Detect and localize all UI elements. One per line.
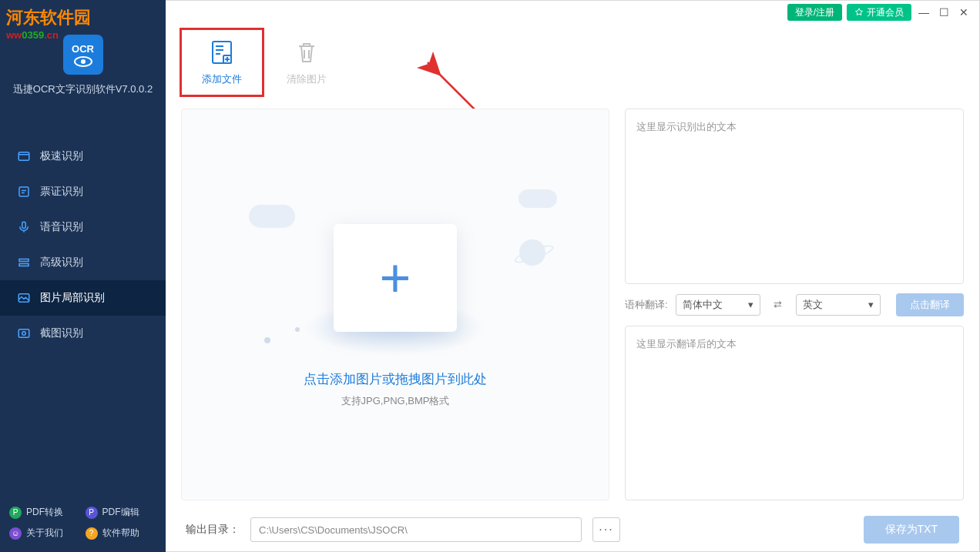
content: + 点击添加图片或拖拽图片到此处 支持JPG,PNG,BMP格式 这里显示识别出… — [166, 101, 979, 508]
recognized-textbox[interactable]: 这里显示识别出的文本 — [625, 109, 964, 284]
nav-voice-ocr[interactable]: 语音识别 — [0, 209, 166, 245]
chevron-down-icon: ▾ — [868, 299, 874, 310]
chevron-down-icon: ▾ — [748, 299, 753, 310]
toolbar: 添加文件 清除图片 — [166, 24, 979, 101]
link-help[interactable]: ?软件帮助 — [86, 527, 157, 540]
svg-rect-0 — [18, 152, 29, 161]
app-title: 迅捷OCR文字识别软件V7.0.0.2 — [13, 82, 153, 96]
output-path-input[interactable]: C:\Users\CS\Documents\JSOCR\ — [250, 517, 582, 542]
titlebar: 登录/注册 开通会员 — ☐ ✕ — [166, 1, 979, 24]
svg-rect-2 — [22, 222, 26, 228]
nav-label: 图片局部识别 — [40, 291, 105, 305]
output-label: 输出目录： — [186, 523, 240, 537]
nav-screenshot-ocr[interactable]: 截图识别 — [0, 316, 166, 351]
close-button[interactable]: ✕ — [956, 5, 972, 20]
drop-illustration: + — [287, 201, 503, 355]
pdf-edit-icon: P — [86, 507, 98, 519]
svg-rect-1 — [19, 187, 29, 196]
link-about[interactable]: ☺关于我们 — [9, 527, 81, 540]
nav-fast-ocr[interactable]: 极速识别 — [0, 139, 166, 174]
maximize-button[interactable]: ☐ — [936, 5, 951, 20]
translate-row: 语种翻译: 简体中文 ▾ ⇄ 英文 ▾ 点击翻译 — [625, 293, 964, 316]
drop-subtitle: 支持JPG,PNG,BMP格式 — [341, 394, 450, 408]
save-txt-button[interactable]: 保存为TXT — [864, 516, 959, 544]
layers-icon — [17, 256, 31, 269]
svg-rect-6 — [18, 330, 29, 338]
zap-icon — [17, 149, 31, 163]
clear-images-label: 清除图片 — [287, 72, 327, 86]
help-icon: ? — [86, 527, 98, 540]
svg-rect-3 — [19, 259, 29, 262]
nav-label: 语音识别 — [40, 220, 83, 234]
trash-icon — [293, 38, 321, 66]
svg-point-7 — [22, 332, 26, 336]
nav-label: 截图识别 — [40, 326, 83, 340]
translate-label: 语种翻译: — [625, 298, 668, 312]
main: 登录/注册 开通会员 — ☐ ✕ 添加文件 清除图片 — [166, 0, 980, 552]
bottom-links: PPDF转换 PPDF编辑 ☺关于我们 ?软件帮助 — [0, 493, 166, 552]
translate-button[interactable]: 点击翻译 — [896, 293, 964, 316]
add-files-button[interactable]: 添加文件 — [180, 28, 264, 97]
watermark: 河东软件园 ww0359.cn — [6, 6, 91, 41]
lang-to-select[interactable]: 英文 ▾ — [796, 294, 881, 316]
nav-image-region-ocr[interactable]: 图片局部识别 — [0, 280, 166, 316]
add-file-icon — [208, 38, 236, 66]
mic-icon — [17, 220, 31, 234]
cloud-icon — [249, 205, 295, 228]
ticket-icon — [17, 185, 31, 199]
right-panel: 这里显示识别出的文本 语种翻译: 简体中文 ▾ ⇄ 英文 ▾ 点击翻译 这里显示… — [625, 109, 964, 500]
image-icon — [17, 291, 31, 305]
vip-button[interactable]: 开通会员 — [847, 4, 911, 21]
nav-label: 极速识别 — [40, 149, 83, 163]
plus-icon: + — [380, 251, 411, 305]
lang-from-select[interactable]: 简体中文 ▾ — [676, 294, 760, 316]
footer: 输出目录： C:\Users\CS\Documents\JSOCR\ ··· 保… — [166, 508, 979, 551]
svg-rect-4 — [19, 264, 29, 266]
logo-area: 河东软件园 ww0359.cn OCR 迅捷OCR文字识别软件V7.0.0.2 — [0, 0, 166, 108]
screenshot-icon — [17, 326, 31, 340]
clear-images-button[interactable]: 清除图片 — [264, 28, 349, 97]
add-files-label: 添加文件 — [202, 72, 242, 86]
eye-icon — [74, 56, 92, 67]
translated-textbox[interactable]: 这里显示翻译后的文本 — [625, 326, 964, 501]
planet-icon — [519, 239, 545, 266]
nav: 极速识别 票证识别 语音识别 高级识别 图片局部识别 截图识别 — [0, 108, 166, 493]
plus-box: + — [334, 224, 457, 332]
sidebar: 河东软件园 ww0359.cn OCR 迅捷OCR文字识别软件V7.0.0.2 … — [0, 0, 166, 552]
about-icon: ☺ — [9, 527, 22, 540]
pdf-convert-icon: P — [9, 507, 22, 519]
link-pdf-convert[interactable]: PPDF转换 — [9, 506, 81, 519]
login-button[interactable]: 登录/注册 — [787, 4, 842, 21]
nav-advanced-ocr[interactable]: 高级识别 — [0, 245, 166, 280]
nav-label: 高级识别 — [40, 256, 83, 269]
swap-lang-button[interactable]: ⇄ — [768, 296, 788, 313]
drop-title: 点击添加图片或拖拽图片到此处 — [304, 370, 487, 388]
minimize-button[interactable]: — — [916, 5, 931, 20]
nav-ticket-ocr[interactable]: 票证识别 — [0, 174, 166, 209]
drop-zone[interactable]: + 点击添加图片或拖拽图片到此处 支持JPG,PNG,BMP格式 — [181, 109, 609, 500]
browse-button[interactable]: ··· — [592, 517, 620, 542]
link-pdf-edit[interactable]: PPDF编辑 — [86, 506, 157, 519]
nav-label: 票证识别 — [40, 185, 83, 199]
cloud-icon — [519, 189, 557, 208]
